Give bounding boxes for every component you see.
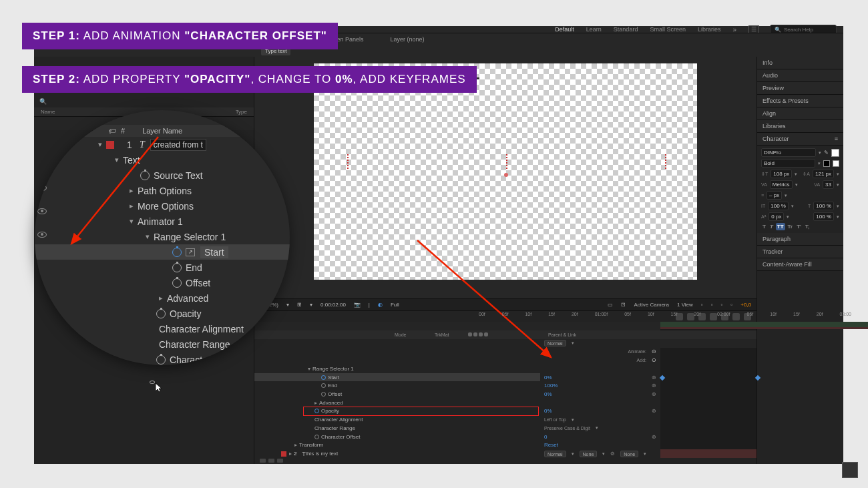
ctrl-icon[interactable]: ▫ bbox=[721, 302, 723, 308]
colorspace-icon[interactable]: ◐ bbox=[378, 302, 383, 308]
project-search[interactable]: 🔍 bbox=[34, 95, 254, 107]
prop-source-text[interactable]: Source Text bbox=[154, 170, 203, 181]
prop-animator[interactable]: Animator 1 bbox=[138, 216, 183, 227]
exposure[interactable]: +0,0 bbox=[740, 302, 751, 308]
fill-color[interactable] bbox=[831, 149, 839, 157]
workspace-default[interactable]: Default bbox=[555, 26, 574, 33]
panel-menu-icon[interactable]: ≡ bbox=[835, 136, 838, 142]
col-mode[interactable]: Mode bbox=[395, 332, 407, 337]
panel-align[interactable]: Align bbox=[757, 107, 843, 120]
prop-advanced[interactable]: Advanced bbox=[319, 400, 343, 406]
panel-tracker[interactable]: Tracker bbox=[757, 246, 843, 258]
active-camera[interactable]: Active Camera bbox=[634, 302, 668, 308]
col-name[interactable]: Name bbox=[41, 109, 121, 115]
anchor-marker[interactable] bbox=[505, 154, 509, 169]
swap-color[interactable] bbox=[833, 160, 839, 167]
prop-range[interactable]: Range Selector 1 bbox=[154, 232, 226, 242]
prop-char-align[interactable]: Character Alignment bbox=[159, 324, 244, 334]
ctrl-icon[interactable]: ▫ bbox=[711, 302, 713, 308]
char-opacity[interactable]: 100 % bbox=[813, 212, 834, 221]
superscript-btn[interactable]: T' bbox=[795, 223, 803, 230]
prop-start[interactable]: Start bbox=[328, 375, 339, 381]
panel-info[interactable]: Info bbox=[757, 57, 843, 69]
baseline-shift[interactable]: 0 px bbox=[769, 212, 784, 221]
workspace-more-icon[interactable]: » bbox=[732, 26, 736, 33]
mode-dropdown[interactable]: Normal bbox=[544, 340, 566, 346]
prop-char-range[interactable]: Character Range bbox=[314, 425, 355, 431]
ctrl-icon[interactable]: ⊡ bbox=[621, 302, 626, 308]
prop-char-offset[interactable]: Character Offset bbox=[321, 434, 361, 440]
val-char-range[interactable]: Preserve Case & Digit bbox=[544, 426, 590, 431]
camera-icon[interactable]: 📷 bbox=[354, 302, 361, 308]
smallcaps-btn[interactable]: Tr bbox=[787, 223, 795, 230]
workspace-libraries[interactable]: Libraries bbox=[698, 26, 721, 33]
stopwatch-icon[interactable] bbox=[172, 248, 182, 257]
panel-preview[interactable]: Preview bbox=[757, 82, 843, 95]
prop-opacity[interactable]: Opacity bbox=[170, 308, 201, 319]
prop-char-range[interactable]: Character Range bbox=[159, 339, 230, 350]
vscale[interactable]: 100 % bbox=[768, 202, 789, 210]
hscale[interactable]: 100 % bbox=[813, 202, 834, 210]
font-family[interactable]: DINPro bbox=[761, 148, 816, 157]
font-size[interactable]: 108 px bbox=[771, 170, 792, 178]
layer-row-2[interactable]: ▸2 Tthis is my textNormal▾None▾⊚None▾ bbox=[254, 449, 756, 458]
time-ruler[interactable] bbox=[660, 322, 756, 330]
ctrl-icon[interactable]: ▫ bbox=[701, 302, 703, 308]
tracking[interactable]: 33 bbox=[823, 180, 834, 189]
parent-dropdown[interactable]: None bbox=[620, 451, 638, 457]
panel-audio[interactable]: Audio bbox=[757, 69, 843, 82]
view-count[interactable]: 1 View bbox=[677, 302, 693, 308]
panel-character[interactable]: Character≡ bbox=[757, 133, 843, 146]
comp-canvas[interactable]: THIS IS MY TEXT bbox=[314, 63, 697, 280]
workspace-small[interactable]: Small Screen bbox=[650, 26, 686, 33]
eyedropper-icon[interactable]: ✎ bbox=[824, 150, 829, 156]
anchor-marker[interactable] bbox=[346, 154, 350, 169]
font-style[interactable]: Bold bbox=[761, 159, 815, 168]
prop-char-align[interactable]: Character Alignment bbox=[314, 417, 363, 423]
graph-icon[interactable]: ↗ bbox=[186, 248, 195, 256]
stopwatch-icon[interactable] bbox=[172, 278, 182, 288]
prop-text[interactable]: Text bbox=[123, 155, 140, 166]
ctrl-icon[interactable]: ▫ bbox=[730, 302, 732, 308]
prop-path[interactable]: Path Options bbox=[138, 186, 192, 196]
val-opacity[interactable]: 0% bbox=[544, 408, 552, 414]
stroke-width[interactable]: – px bbox=[767, 191, 782, 200]
val-start[interactable]: 0% bbox=[544, 375, 552, 381]
resolution[interactable]: Full bbox=[391, 302, 399, 308]
val-char-align[interactable]: Left or Top bbox=[544, 417, 566, 422]
prop-end[interactable]: End bbox=[186, 262, 202, 273]
tl-switch-icon[interactable] bbox=[268, 459, 274, 463]
stopwatch-icon[interactable] bbox=[321, 383, 326, 388]
col-type[interactable]: Type bbox=[236, 109, 247, 115]
prop-transform[interactable]: Transform bbox=[299, 442, 323, 448]
kerning[interactable]: Metrics bbox=[770, 180, 793, 189]
timeline-ruler[interactable] bbox=[254, 322, 756, 330]
add-prop-icon[interactable]: ⊙ bbox=[652, 357, 656, 363]
stopwatch-icon[interactable] bbox=[321, 375, 326, 380]
layer-name-input[interactable]: created from t bbox=[150, 139, 206, 151]
timecode[interactable]: 0:00:02:00 bbox=[320, 302, 346, 308]
panel-caf[interactable]: Content-Aware Fill bbox=[757, 258, 843, 271]
stopwatch-icon[interactable] bbox=[314, 435, 319, 439]
anchor-point-icon[interactable] bbox=[504, 173, 508, 177]
prop-offset[interactable]: Offset bbox=[328, 391, 342, 397]
workspace-learn[interactable]: Learn bbox=[586, 26, 602, 33]
val-transform[interactable]: Reset bbox=[544, 442, 558, 448]
ctrl-icon[interactable]: ▾ bbox=[286, 302, 289, 308]
italic-btn[interactable]: T bbox=[769, 223, 775, 230]
leading[interactable]: 121 px bbox=[813, 170, 834, 178]
prop-start[interactable]: Start bbox=[200, 246, 228, 258]
panel-effects[interactable]: Effects & Presets bbox=[757, 95, 843, 107]
workspace-standard[interactable]: Standard bbox=[614, 26, 638, 33]
add-animate-icon[interactable]: ⊙ bbox=[652, 348, 656, 354]
val-char-offset[interactable]: 0 bbox=[544, 434, 547, 440]
tl-switch-icon[interactable] bbox=[260, 459, 266, 463]
color-swatch[interactable] bbox=[106, 141, 114, 149]
layer-row-1[interactable]: Normal▾ bbox=[254, 339, 756, 348]
composition-viewer[interactable]: THIS IS MY TEXT bbox=[254, 57, 756, 298]
stopwatch-icon[interactable] bbox=[140, 171, 150, 180]
trkmat-dropdown[interactable]: None bbox=[580, 451, 598, 457]
panel-paragraph[interactable]: Paragraph bbox=[757, 233, 843, 246]
mode-dropdown[interactable]: Normal bbox=[544, 451, 566, 457]
bold-btn[interactable]: T bbox=[761, 223, 767, 230]
